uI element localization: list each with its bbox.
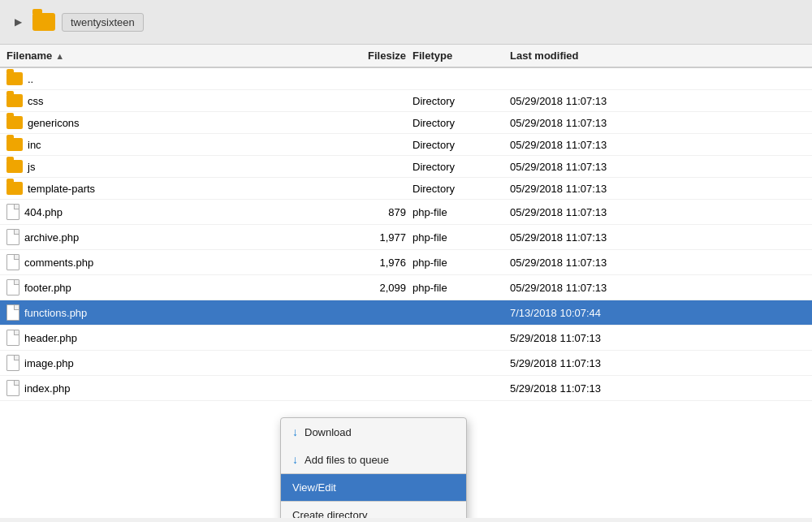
context-menu-item[interactable]: ↓Download (281, 418, 466, 446)
play-button[interactable]: ▶ (10, 14, 26, 30)
table-row[interactable]: functions.php7/13/2018 10:07:44 (0, 300, 812, 326)
file-icon (6, 380, 19, 396)
file-icon (6, 229, 19, 245)
context-menu-label: View/Edit (292, 481, 336, 494)
file-type: Directory (412, 95, 510, 107)
table-row[interactable]: cssDirectory05/29/2018 11:07:13 (0, 90, 812, 112)
file-type: Directory (412, 139, 510, 151)
file-name: .. (28, 73, 33, 85)
add-queue-icon: ↓ (292, 453, 298, 466)
file-date: 5/29/2018 11:07:13 (510, 382, 806, 395)
table-row[interactable]: image.php5/29/2018 11:07:13 (0, 351, 812, 376)
table-row[interactable]: template-partsDirectory05/29/2018 11:07:… (0, 178, 812, 200)
file-name: css (28, 95, 44, 107)
context-menu-label: Add files to queue (304, 454, 389, 466)
file-size: 2,099 (348, 282, 412, 294)
file-date: 05/29/2018 11:07:13 (510, 206, 806, 218)
file-name: template-parts (28, 183, 95, 195)
file-date: 7/13/2018 10:07:44 (510, 307, 806, 319)
file-name: genericons (28, 117, 80, 129)
table-row[interactable]: jsDirectory05/29/2018 11:07:13 (0, 156, 812, 178)
folder-icon (6, 138, 23, 151)
file-type: php-file (412, 231, 510, 244)
filename-label: Filename (6, 50, 52, 62)
file-icon (6, 204, 19, 220)
file-type: php-file (412, 206, 510, 218)
file-size: 879 (348, 206, 412, 218)
file-date: 05/29/2018 11:07:13 (510, 183, 806, 195)
file-date: 05/29/2018 11:07:13 (510, 231, 806, 244)
file-date: 05/29/2018 11:07:13 (510, 257, 806, 269)
file-date: 05/29/2018 11:07:13 (510, 161, 806, 173)
context-menu-label: Create directory (292, 509, 367, 518)
file-name: 404.php (24, 206, 63, 218)
file-icon (6, 355, 19, 371)
file-size: 1,977 (348, 231, 412, 244)
table-row[interactable]: footer.php2,099php-file05/29/2018 11:07:… (0, 275, 812, 300)
table-row[interactable]: archive.php1,977php-file05/29/2018 11:07… (0, 225, 812, 250)
file-type: php-file (412, 282, 510, 294)
file-type: php-file (412, 257, 510, 269)
file-name: header.php (24, 332, 77, 344)
folder-icon (6, 116, 23, 129)
context-menu-label: Download (304, 426, 352, 438)
col-header-lastmodified[interactable]: Last modified (510, 50, 806, 62)
table-row[interactable]: .. (0, 68, 812, 90)
file-type: Directory (412, 161, 510, 173)
folder-icon (6, 160, 23, 173)
file-type: Directory (412, 117, 510, 129)
download-icon: ↓ (292, 425, 298, 438)
file-icon (6, 279, 19, 296)
context-menu-item[interactable]: Create directory (281, 502, 466, 518)
sort-arrow: ▲ (55, 51, 64, 61)
table-row[interactable]: comments.php1,976php-file05/29/2018 11:0… (0, 250, 812, 275)
table-row[interactable]: index.php5/29/2018 11:07:13 (0, 376, 812, 401)
file-date: 05/29/2018 11:07:13 (510, 117, 806, 129)
breadcrumb-folder-name[interactable]: twentysixteen (62, 13, 144, 32)
file-icon (6, 254, 19, 270)
file-date: 5/29/2018 11:07:13 (510, 332, 806, 344)
file-date: 5/29/2018 11:07:13 (510, 357, 806, 369)
file-name: archive.php (24, 231, 79, 244)
col-header-filesize[interactable]: Filesize (348, 50, 412, 62)
file-name: footer.php (24, 282, 71, 294)
table-row[interactable]: header.php5/29/2018 11:07:13 (0, 326, 812, 351)
top-bar: ▶ twentysixteen (0, 0, 812, 45)
context-menu-item[interactable]: ↓Add files to queue (281, 446, 466, 473)
file-icon (6, 304, 19, 321)
file-type: Directory (412, 183, 510, 195)
file-name: inc (28, 139, 41, 151)
file-name: functions.php (24, 307, 87, 319)
table-header: Filename ▲ Filesize Filetype Last modifi… (0, 45, 812, 68)
col-header-filetype[interactable]: Filetype (412, 50, 510, 62)
file-name: comments.php (24, 257, 93, 269)
context-menu-item[interactable]: View/Edit (281, 474, 466, 501)
file-date: 05/29/2018 11:07:13 (510, 282, 806, 294)
context-menu: ↓Download↓Add files to queueView/EditCre… (280, 417, 467, 518)
col-header-filename[interactable]: Filename ▲ (6, 50, 348, 62)
parent-folder-icon (32, 13, 55, 31)
folder-icon (6, 182, 23, 195)
file-name: js (28, 161, 35, 173)
table-row[interactable]: incDirectory05/29/2018 11:07:13 (0, 134, 812, 156)
file-date: 05/29/2018 11:07:13 (510, 139, 806, 151)
folder-icon (6, 72, 23, 85)
table-row[interactable]: genericonsDirectory05/29/2018 11:07:13 (0, 112, 812, 134)
file-size: 1,976 (348, 257, 412, 269)
file-icon (6, 330, 19, 346)
folder-icon (6, 94, 23, 107)
file-name: index.php (24, 382, 70, 395)
file-list: ..cssDirectory05/29/2018 11:07:13generic… (0, 68, 812, 518)
table-row[interactable]: 404.php879php-file05/29/2018 11:07:13 (0, 200, 812, 225)
file-name: image.php (24, 357, 74, 369)
file-date: 05/29/2018 11:07:13 (510, 95, 806, 107)
